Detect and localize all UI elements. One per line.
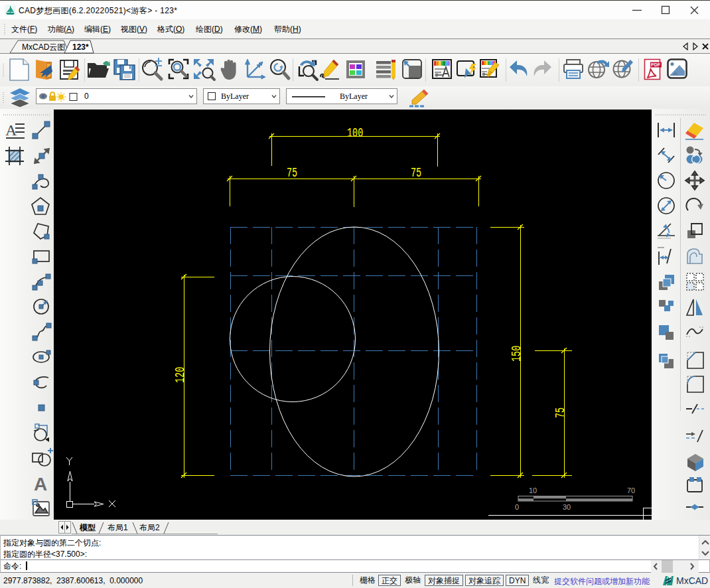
- svg-text:A: A: [34, 474, 47, 494]
- svg-text:123*: 123*: [72, 42, 89, 52]
- svg-text:布局1: 布局1: [107, 523, 128, 532]
- svg-text:10: 10: [529, 486, 537, 494]
- svg-text:模型: 模型: [79, 523, 96, 532]
- svg-text:75: 75: [287, 165, 297, 181]
- svg-text:布局2: 布局2: [139, 523, 160, 532]
- svg-text:MxCAD云图: MxCAD云图: [22, 42, 65, 52]
- svg-text:75: 75: [552, 407, 568, 418]
- svg-text:PDF: PDF: [651, 62, 661, 67]
- svg-text:150: 150: [508, 346, 524, 362]
- svg-text:30: 30: [563, 503, 571, 511]
- svg-text:75: 75: [411, 165, 421, 181]
- svg-text:70: 70: [627, 486, 635, 494]
- svg-text:120: 120: [172, 367, 188, 383]
- svg-text:0: 0: [515, 503, 519, 511]
- svg-text:100: 100: [347, 125, 363, 141]
